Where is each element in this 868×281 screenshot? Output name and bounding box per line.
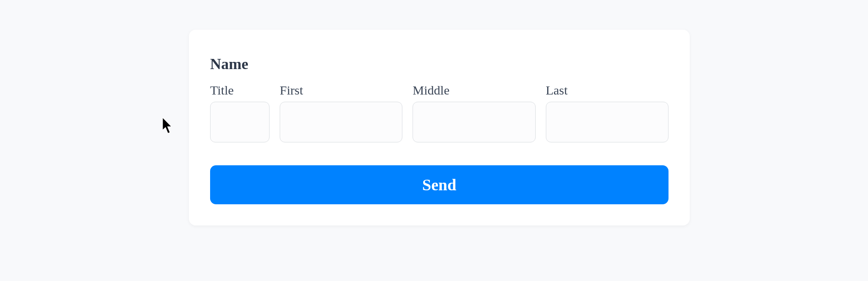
middle-label: Middle [413,83,535,97]
title-label: Title [210,83,270,97]
fields-row: Title First Middle Last [210,83,669,142]
last-label: Last [546,83,669,97]
first-input[interactable] [280,102,402,142]
field-group-middle: Middle [413,83,535,142]
title-input[interactable] [210,102,270,142]
field-group-title: Title [210,83,270,142]
form-card: Name Title First Middle Last Send [189,30,690,225]
field-group-first: First [280,83,402,142]
last-input[interactable] [546,102,669,142]
section-title: Name [210,55,669,73]
field-group-last: Last [546,83,669,142]
first-label: First [280,83,402,97]
cursor-icon [163,117,175,135]
send-button[interactable]: Send [210,165,669,204]
middle-input[interactable] [413,102,535,142]
